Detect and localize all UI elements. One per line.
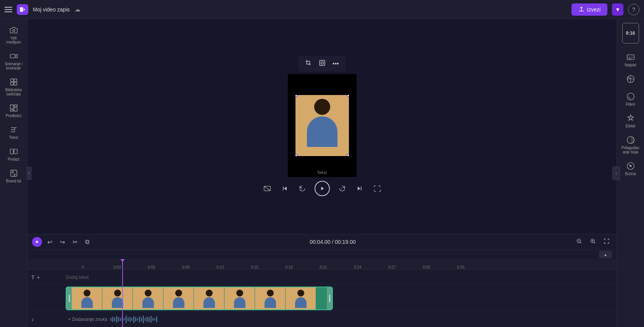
svg-point-34 (630, 165, 631, 167)
svg-rect-8 (14, 105, 17, 107)
svg-line-19 (264, 186, 270, 191)
svg-rect-4 (14, 79, 16, 82)
handle-top-right[interactable] (347, 95, 349, 97)
timeline-time: 00:04.00 / 00:19.00 (95, 239, 571, 245)
rpanel-item-color-mix[interactable] (619, 72, 642, 88)
sidebar-item-vas-medijum[interactable]: Vaš medijum (2, 23, 25, 47)
fullscreen-button[interactable] (372, 183, 383, 194)
clip-thumbnails (72, 287, 327, 309)
captions-toggle-button[interactable] (262, 183, 273, 194)
aspect-ratio-button[interactable]: 9:16 (622, 23, 639, 43)
help-button[interactable]: ? (628, 4, 639, 15)
time-separator: / (331, 239, 335, 245)
expand-panel-button[interactable]: ▲ (599, 251, 612, 258)
rpanel-item-effects[interactable]: Efekti (619, 111, 642, 131)
crop-button[interactable] (303, 58, 314, 69)
handle-top-left[interactable] (295, 95, 298, 97)
clip-handle-right[interactable] (327, 287, 332, 309)
rpanel-item-captions[interactable]: Natpisi (619, 50, 642, 70)
person-figure (303, 99, 341, 152)
ruler-mark-27: 0:27 (375, 265, 409, 269)
sidebar-collapse-btn[interactable]: › (26, 166, 32, 180)
video-inner-frame[interactable]: ↺ (295, 95, 349, 156)
svg-rect-5 (10, 82, 13, 85)
clip-handle-left-icon (69, 295, 70, 302)
text-track-row: T + Dodaj tekst (27, 270, 617, 285)
add-text-button[interactable]: + (37, 274, 40, 280)
handle-bottom-right[interactable] (347, 154, 349, 156)
svg-rect-29 (627, 55, 634, 60)
rewind-5s-button[interactable]: 5 (297, 183, 308, 194)
fit-timeline-button[interactable] (601, 237, 612, 247)
sidebar-item-tekst[interactable]: T Tekst (2, 122, 25, 143)
sidebar-item-biblioteka[interactable]: Biblioteka sadržaja (2, 75, 25, 99)
magic-animate-button[interactable]: ✦ (32, 237, 42, 247)
clip-thumb-5 (194, 287, 224, 309)
ruler-mark-0: 0 (66, 265, 100, 269)
rpanel-label-filters: Filteri (626, 102, 635, 106)
ruler-mark-6: 0:06 (134, 265, 169, 269)
cloud-sync-icon: ☁ (74, 6, 81, 13)
timeline-toolbar: ✦ ↩ ↪ ✂ ⧉ 00:04.00 / 00:19.00 (27, 234, 617, 250)
redo-button[interactable]: ↪ (58, 237, 67, 247)
export-dropdown-button[interactable]: ▼ (612, 3, 623, 16)
undo-button[interactable]: ↩ (45, 237, 55, 247)
left-sidebar: Vaš medijum Snimanje i kreiranje Bibliot… (0, 19, 27, 327)
rpanel-item-filters[interactable]: Filteri (619, 89, 642, 110)
sidebar-item-brand-kit[interactable]: Brand kit (2, 166, 25, 186)
clip-thumb-2 (102, 287, 133, 309)
rpanel-label-speed: Brzina (625, 172, 636, 176)
playhead-triangle (120, 259, 125, 262)
svg-point-15 (11, 171, 14, 174)
right-sidebar-collapse-btn[interactable]: ‹ (612, 166, 620, 180)
playhead[interactable] (122, 259, 123, 269)
video-track-row (27, 285, 617, 312)
svg-text:5: 5 (301, 187, 302, 189)
add-audio-label: Dodavanje zvuka (72, 317, 107, 322)
clip-thumb-3 (133, 287, 163, 309)
video-track-clip[interactable] (66, 287, 333, 310)
video-floating-toolbar: ••• (298, 56, 346, 72)
text-track-content: Dodaj tekst (66, 270, 617, 285)
forward-5s-button[interactable]: 5 (337, 183, 347, 194)
sidebar-item-prelazi[interactable]: Prelazi (2, 144, 25, 164)
ruler-mark-15: 0:15 (237, 265, 272, 269)
sidebar-item-snimanje[interactable]: Snimanje i kreiranje (2, 49, 25, 73)
more-options-button[interactable]: ••• (330, 59, 341, 69)
current-time: 00:04.00 (310, 239, 331, 245)
topbar: Moj video zapis ☁ Izvezi ▼ ? (0, 0, 644, 19)
audio-waveform (110, 315, 614, 324)
ruler-mark-33: 0:33 (444, 265, 478, 269)
ruler-mark-3: 0:03 (100, 265, 134, 269)
handle-bottom-left[interactable] (295, 154, 298, 156)
rpanel-label-effects: Efekti (626, 124, 635, 128)
app-logo (17, 4, 28, 15)
zoom-in-button[interactable] (588, 237, 598, 247)
timeline-tracks: T + Dodaj tekst (27, 270, 617, 327)
timeline-ruler[interactable]: 0 0:03 0:06 0:09 0:12 0:15 0:18 0:21 0:2… (27, 259, 617, 270)
rpanel-item-adjust-color[interactable]: Prilagođavanje boja (619, 133, 642, 157)
skip-back-button[interactable] (279, 183, 290, 194)
copy-button[interactable]: ⧉ (83, 237, 92, 247)
cut-button[interactable]: ✂ (70, 237, 80, 247)
svg-rect-12 (10, 149, 13, 154)
zoom-out-button[interactable] (574, 237, 584, 247)
svg-rect-13 (14, 149, 17, 154)
timeline-section: ✦ ↩ ↪ ✂ ⧉ 00:04.00 / 00:19.00 (27, 234, 617, 327)
sidebar-label-biblioteka: Biblioteka sadržaja (4, 88, 24, 96)
export-button[interactable]: Izvezi (571, 3, 607, 16)
sidebar-label-predlosci: Predlošci (6, 114, 21, 118)
sidebar-item-predlosci[interactable]: Predlošci (2, 101, 25, 121)
skip-forward-button[interactable] (354, 183, 365, 194)
resize-button[interactable] (316, 58, 328, 69)
main-layout: Vaš medijum Snimanje i kreiranje Bibliot… (0, 19, 644, 327)
play-pause-button[interactable] (315, 181, 330, 196)
clip-handle-left[interactable] (66, 287, 72, 309)
rpanel-item-speed[interactable]: Brzina (619, 159, 642, 179)
add-audio-button[interactable]: + Dodavanje zvuka (68, 317, 107, 322)
project-title[interactable]: Moj video zapis (33, 6, 70, 13)
menu-icon[interactable] (5, 7, 12, 12)
total-time: 00:19.00 (335, 239, 356, 245)
audio-track-row: ♪ + Dodavanje zvuka (27, 312, 617, 327)
svg-point-1 (13, 29, 15, 32)
